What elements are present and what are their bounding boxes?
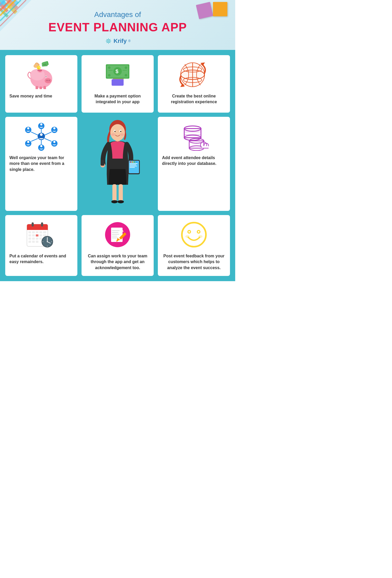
- piggy-bank-icon: $: [23, 60, 60, 89]
- card-icon-feedback: [162, 220, 226, 249]
- svg-line-72: [45, 132, 51, 135]
- svg-point-166: [198, 235, 203, 238]
- svg-rect-100: [130, 164, 136, 165]
- card-text-payment: Make a payment option integrated in your…: [86, 93, 149, 105]
- payment-icon: $: [101, 60, 135, 89]
- svg-point-80: [40, 145, 42, 147]
- brand-name: Krify: [114, 38, 127, 44]
- svg-point-71: [53, 127, 55, 129]
- svg-point-88: [120, 131, 122, 132]
- svg-rect-128: [43, 231, 46, 233]
- svg-point-74: [27, 141, 29, 143]
- calendar-icon: [24, 220, 58, 249]
- card-text-feedback: Post event feedback from your customers …: [162, 253, 226, 271]
- feedback-icon: [178, 220, 210, 249]
- svg-point-26: [49, 80, 50, 81]
- svg-point-13: [108, 41, 109, 42]
- svg-rect-153: [112, 230, 120, 231]
- svg-point-165: [185, 235, 189, 238]
- svg-point-90: [120, 133, 124, 136]
- card-icon-registration: [162, 60, 226, 89]
- svg-marker-61: [180, 84, 185, 87]
- svg-rect-129: [28, 234, 31, 236]
- card-text-registration: Create the best online registration expe…: [162, 93, 226, 105]
- svg-rect-40: [42, 62, 48, 67]
- globe-icon: [178, 60, 210, 89]
- sticky-note-purple: [196, 2, 213, 19]
- svg-point-28: [46, 76, 47, 77]
- svg-point-47: [108, 66, 111, 69]
- svg-line-69: [31, 132, 38, 135]
- svg-point-164: [197, 230, 200, 233]
- svg-point-65: [40, 123, 42, 125]
- card-icon-calendar: [9, 220, 73, 249]
- krify-icon: [105, 37, 112, 45]
- svg-rect-101: [130, 166, 137, 166]
- card-text-assign: Can assign work to your team through the…: [86, 253, 149, 271]
- svg-rect-154: [112, 232, 118, 233]
- card-icon-database: [162, 122, 226, 151]
- svg-rect-152: [111, 228, 123, 242]
- svg-rect-140: [32, 241, 35, 243]
- svg-rect-134: [28, 238, 31, 240]
- center-character: [82, 117, 154, 211]
- svg-rect-135: [32, 238, 35, 240]
- card-icon-payment: $: [86, 60, 149, 89]
- svg-rect-103: [112, 184, 117, 201]
- card-icon-organize: [9, 122, 73, 151]
- corner-decoration: [0, 0, 34, 34]
- svg-point-48: [125, 66, 127, 69]
- database-icon: [177, 122, 211, 151]
- svg-rect-31: [36, 86, 38, 89]
- sticky-notes: [197, 1, 228, 18]
- svg-rect-95: [130, 161, 131, 163]
- main-grid: $ Save money and time: [0, 50, 235, 281]
- svg-rect-125: [32, 231, 35, 233]
- svg-rect-99: [130, 163, 137, 164]
- svg-rect-139: [28, 241, 31, 243]
- svg-point-87: [114, 131, 116, 132]
- sticky-note-orange: [213, 2, 227, 16]
- svg-line-20: [109, 39, 110, 40]
- svg-rect-156: [112, 236, 117, 236]
- svg-point-89: [111, 133, 115, 136]
- svg-rect-96: [132, 161, 133, 163]
- svg-rect-33: [43, 86, 46, 89]
- card-save-money: $ Save money and time: [5, 55, 77, 113]
- krify-logo: Krify ®: [105, 37, 131, 45]
- card-icon-save-money: $: [9, 60, 73, 89]
- svg-point-24: [45, 78, 51, 83]
- svg-rect-98: [136, 161, 137, 163]
- card-text-calendar: Put a calendar of events and easy remain…: [9, 253, 73, 265]
- header-title: EVENT PLANNING APP: [48, 20, 187, 34]
- svg-rect-34: [37, 70, 42, 71]
- svg-rect-136: [36, 238, 38, 240]
- svg-line-75: [31, 138, 38, 141]
- svg-point-68: [27, 127, 29, 129]
- svg-rect-102: [130, 167, 135, 168]
- card-feedback: Post event feedback from your customers …: [158, 215, 230, 276]
- card-calendar: Put a calendar of events and easy remain…: [5, 215, 77, 276]
- svg-rect-130: [32, 234, 35, 236]
- registered-mark: ®: [128, 39, 131, 43]
- svg-point-84: [110, 124, 125, 141]
- header-subtitle: Advantages of: [94, 10, 141, 19]
- svg-rect-108: [184, 129, 201, 138]
- svg-text:$: $: [38, 67, 39, 69]
- svg-rect-127: [39, 231, 42, 233]
- svg-rect-121: [27, 228, 48, 230]
- card-organize: Well organize your team for more than on…: [5, 117, 77, 211]
- svg-point-25: [47, 80, 48, 81]
- character-figure: [90, 117, 145, 211]
- svg-rect-141: [36, 241, 38, 243]
- svg-rect-155: [112, 234, 119, 235]
- card-database: Add event attendee details directly into…: [158, 117, 230, 211]
- svg-rect-104: [119, 184, 123, 201]
- card-assign: Can assign work to your team through the…: [82, 215, 154, 276]
- svg-line-19: [109, 42, 110, 43]
- svg-point-50: [125, 74, 127, 77]
- svg-rect-53: [112, 79, 124, 86]
- svg-rect-132: [39, 234, 42, 236]
- svg-line-21: [107, 42, 107, 43]
- assign-icon: [102, 220, 133, 249]
